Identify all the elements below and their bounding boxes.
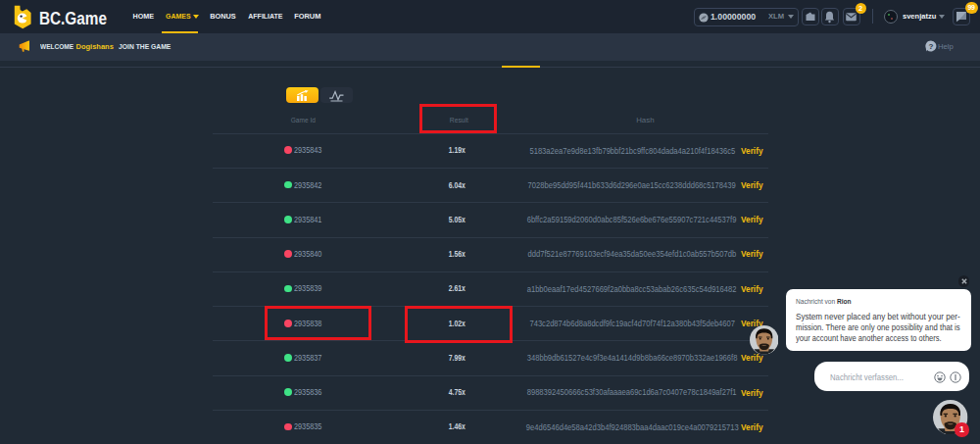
svg-text:?: ?	[928, 42, 933, 51]
